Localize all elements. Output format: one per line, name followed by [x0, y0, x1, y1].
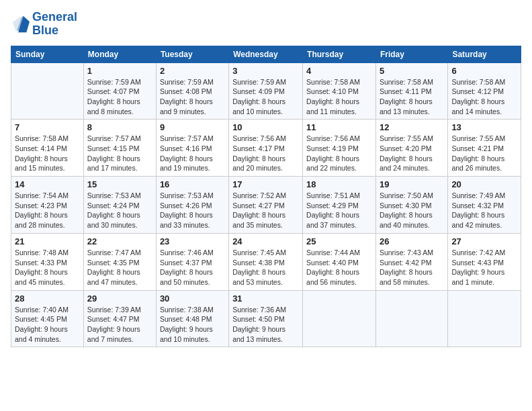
day-info: Sunrise: 7:49 AMSunset: 4:32 PMDaylight:…: [451, 191, 517, 230]
calendar-table: SundayMondayTuesdayWednesdayThursdayFrid…: [11, 46, 521, 348]
calendar-cell: [303, 290, 376, 347]
day-number: 30: [160, 293, 225, 304]
day-info: Sunrise: 7:57 AMSunset: 4:15 PMDaylight:…: [87, 134, 152, 173]
calendar-cell: 10Sunrise: 7:56 AMSunset: 4:17 PMDayligh…: [229, 120, 303, 177]
day-info: Sunrise: 7:57 AMSunset: 4:16 PMDaylight:…: [160, 134, 225, 173]
calendar-cell: 18Sunrise: 7:51 AMSunset: 4:29 PMDayligh…: [303, 177, 376, 234]
weekday-header-row: SundayMondayTuesdayWednesdayThursdayFrid…: [11, 46, 521, 62]
day-info: Sunrise: 7:55 AMSunset: 4:20 PMDaylight:…: [380, 134, 444, 173]
calendar-cell: 30Sunrise: 7:38 AMSunset: 4:48 PMDayligh…: [156, 290, 228, 347]
day-number: 22: [87, 236, 152, 246]
calendar-cell: 1Sunrise: 7:59 AMSunset: 4:07 PMDaylight…: [83, 62, 156, 120]
day-number: 7: [15, 122, 80, 132]
day-number: 13: [451, 122, 517, 132]
day-number: 12: [380, 122, 444, 132]
day-number: 11: [306, 122, 372, 132]
calendar-cell: 9Sunrise: 7:57 AMSunset: 4:16 PMDaylight…: [156, 120, 228, 177]
logo-icon: [11, 15, 30, 34]
calendar-cell: 13Sunrise: 7:55 AMSunset: 4:21 PMDayligh…: [448, 120, 521, 177]
day-number: 21: [15, 236, 80, 246]
calendar-cell: 6Sunrise: 7:58 AMSunset: 4:12 PMDaylight…: [448, 62, 521, 120]
day-info: Sunrise: 7:59 AMSunset: 4:08 PMDaylight:…: [160, 77, 225, 117]
day-info: Sunrise: 7:54 AMSunset: 4:23 PMDaylight:…: [15, 191, 80, 230]
calendar-cell: 7Sunrise: 7:58 AMSunset: 4:14 PMDaylight…: [11, 120, 84, 177]
day-info: Sunrise: 7:58 AMSunset: 4:11 PMDaylight:…: [380, 77, 444, 117]
calendar-cell: 15Sunrise: 7:53 AMSunset: 4:24 PMDayligh…: [83, 177, 156, 234]
day-number: 18: [306, 179, 372, 189]
day-info: Sunrise: 7:42 AMSunset: 4:43 PMDaylight:…: [451, 248, 517, 287]
calendar-cell: 5Sunrise: 7:58 AMSunset: 4:11 PMDaylight…: [375, 62, 447, 120]
weekday-header-monday: Monday: [83, 46, 156, 62]
day-info: Sunrise: 7:58 AMSunset: 4:12 PMDaylight:…: [451, 77, 517, 117]
weekday-header-saturday: Saturday: [448, 46, 521, 62]
weekday-header-tuesday: Tuesday: [156, 46, 228, 62]
day-info: Sunrise: 7:59 AMSunset: 4:09 PMDaylight:…: [232, 77, 299, 117]
page-container: General Blue SundayMondayTuesdayWednesda…: [0, 0, 532, 354]
day-number: 29: [87, 293, 152, 304]
day-number: 31: [232, 293, 299, 304]
day-info: Sunrise: 7:53 AMSunset: 4:24 PMDaylight:…: [87, 191, 152, 230]
day-number: 23: [160, 236, 225, 246]
day-info: Sunrise: 7:56 AMSunset: 4:19 PMDaylight:…: [306, 134, 372, 173]
calendar-cell: 24Sunrise: 7:45 AMSunset: 4:38 PMDayligh…: [229, 233, 303, 290]
day-info: Sunrise: 7:48 AMSunset: 4:33 PMDaylight:…: [15, 248, 80, 287]
calendar-cell: 21Sunrise: 7:48 AMSunset: 4:33 PMDayligh…: [11, 233, 84, 290]
day-number: 5: [380, 66, 444, 76]
day-info: Sunrise: 7:36 AMSunset: 4:50 PMDaylight:…: [232, 305, 299, 345]
day-info: Sunrise: 7:53 AMSunset: 4:26 PMDaylight:…: [160, 191, 225, 230]
day-number: 8: [87, 122, 152, 132]
day-info: Sunrise: 7:50 AMSunset: 4:30 PMDaylight:…: [380, 191, 444, 230]
day-info: Sunrise: 7:55 AMSunset: 4:21 PMDaylight:…: [451, 134, 517, 173]
calendar-cell: 12Sunrise: 7:55 AMSunset: 4:20 PMDayligh…: [375, 120, 447, 177]
calendar-cell: 16Sunrise: 7:53 AMSunset: 4:26 PMDayligh…: [156, 177, 228, 234]
day-number: 17: [232, 179, 299, 189]
calendar-cell: 27Sunrise: 7:42 AMSunset: 4:43 PMDayligh…: [448, 233, 521, 290]
day-number: 14: [15, 179, 80, 189]
calendar-cell: [375, 290, 447, 347]
day-number: 28: [15, 293, 80, 304]
day-info: Sunrise: 7:44 AMSunset: 4:40 PMDaylight:…: [306, 248, 372, 287]
day-info: Sunrise: 7:43 AMSunset: 4:42 PMDaylight:…: [380, 248, 444, 287]
day-info: Sunrise: 7:38 AMSunset: 4:48 PMDaylight:…: [160, 305, 225, 345]
weekday-header-wednesday: Wednesday: [229, 46, 303, 62]
calendar-cell: 25Sunrise: 7:44 AMSunset: 4:40 PMDayligh…: [303, 233, 376, 290]
calendar-cell: 14Sunrise: 7:54 AMSunset: 4:23 PMDayligh…: [11, 177, 84, 234]
day-number: 1: [87, 66, 152, 76]
day-info: Sunrise: 7:58 AMSunset: 4:14 PMDaylight:…: [15, 134, 80, 173]
day-number: 6: [451, 66, 517, 76]
calendar-cell: 8Sunrise: 7:57 AMSunset: 4:15 PMDaylight…: [83, 120, 156, 177]
day-info: Sunrise: 7:45 AMSunset: 4:38 PMDaylight:…: [232, 248, 299, 287]
calendar-cell: 22Sunrise: 7:47 AMSunset: 4:35 PMDayligh…: [83, 233, 156, 290]
day-number: 25: [306, 236, 372, 246]
week-row-4: 21Sunrise: 7:48 AMSunset: 4:33 PMDayligh…: [11, 233, 521, 290]
day-info: Sunrise: 7:39 AMSunset: 4:47 PMDaylight:…: [87, 305, 152, 345]
day-number: 3: [232, 66, 299, 76]
calendar-cell: 23Sunrise: 7:46 AMSunset: 4:37 PMDayligh…: [156, 233, 228, 290]
day-info: Sunrise: 7:52 AMSunset: 4:27 PMDaylight:…: [232, 191, 299, 230]
calendar-cell: 29Sunrise: 7:39 AMSunset: 4:47 PMDayligh…: [83, 290, 156, 347]
week-row-1: 1Sunrise: 7:59 AMSunset: 4:07 PMDaylight…: [11, 62, 521, 120]
day-number: 10: [232, 122, 299, 132]
calendar-cell: 26Sunrise: 7:43 AMSunset: 4:42 PMDayligh…: [375, 233, 447, 290]
day-number: 2: [160, 66, 225, 76]
day-info: Sunrise: 7:59 AMSunset: 4:07 PMDaylight:…: [87, 77, 152, 117]
calendar-cell: [11, 62, 84, 120]
day-info: Sunrise: 7:47 AMSunset: 4:35 PMDaylight:…: [87, 248, 152, 287]
day-number: 20: [451, 179, 517, 189]
calendar-cell: 3Sunrise: 7:59 AMSunset: 4:09 PMDaylight…: [229, 62, 303, 120]
calendar-cell: 28Sunrise: 7:40 AMSunset: 4:45 PMDayligh…: [11, 290, 84, 347]
day-number: 9: [160, 122, 225, 132]
day-info: Sunrise: 7:51 AMSunset: 4:29 PMDaylight:…: [306, 191, 372, 230]
week-row-5: 28Sunrise: 7:40 AMSunset: 4:45 PMDayligh…: [11, 290, 521, 347]
day-number: 26: [380, 236, 444, 246]
logo: General Blue: [11, 11, 77, 38]
week-row-2: 7Sunrise: 7:58 AMSunset: 4:14 PMDaylight…: [11, 120, 521, 177]
weekday-header-thursday: Thursday: [303, 46, 376, 62]
day-info: Sunrise: 7:56 AMSunset: 4:17 PMDaylight:…: [232, 134, 299, 173]
weekday-header-friday: Friday: [375, 46, 447, 62]
day-number: 27: [451, 236, 517, 246]
calendar-cell: 19Sunrise: 7:50 AMSunset: 4:30 PMDayligh…: [375, 177, 447, 234]
week-row-3: 14Sunrise: 7:54 AMSunset: 4:23 PMDayligh…: [11, 177, 521, 234]
weekday-header-sunday: Sunday: [11, 46, 84, 62]
calendar-cell: 11Sunrise: 7:56 AMSunset: 4:19 PMDayligh…: [303, 120, 376, 177]
